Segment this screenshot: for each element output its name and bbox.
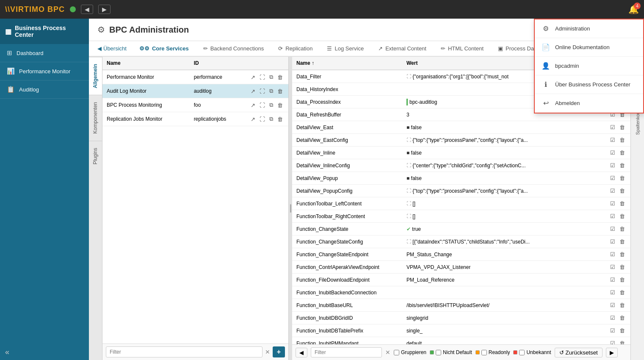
prop-delete-btn[interactable]: 🗑 — [618, 187, 626, 194]
right-nav-prev[interactable]: ◀ — [296, 348, 307, 357]
row-copy-btn[interactable]: ⧉ — [268, 101, 274, 109]
prop-delete-btn[interactable]: 🗑 — [618, 174, 626, 182]
prop-edit-btn[interactable]: ☑ — [609, 314, 616, 321]
right-filter-input[interactable] — [311, 347, 382, 357]
right-table-row[interactable]: FunctionToolbar_LeftContent ⛶ [] ☑ 🗑 — [292, 197, 630, 210]
prop-edit-btn[interactable]: ☑ — [609, 162, 616, 169]
prop-delete-btn[interactable]: 🗑 — [618, 340, 626, 344]
notification-icon[interactable]: 🔔 4 — [628, 4, 639, 14]
prop-delete-btn[interactable]: 🗑 — [618, 314, 626, 321]
prop-edit-btn[interactable]: ☑ — [609, 200, 616, 207]
prop-edit-btn[interactable]: ☑ — [609, 327, 616, 334]
prop-delete-btn[interactable]: 🗑 — [618, 289, 626, 296]
right-table-row[interactable]: Function_InubitBaseURL /ibis/servlet/IBI… — [292, 299, 630, 312]
prop-delete-btn[interactable]: 🗑 — [618, 162, 626, 169]
tab-html-content[interactable]: ✏ HTML Content — [434, 41, 490, 57]
right-table-row[interactable]: Function_ChangeStateConfig ⛶ [{"dataInde… — [292, 235, 630, 248]
group-checkbox[interactable] — [394, 350, 399, 355]
prop-edit-btn[interactable]: ☑ — [609, 263, 616, 271]
row-tree-btn[interactable]: ⛶ — [258, 115, 266, 123]
row-copy-btn[interactable]: ⧉ — [268, 115, 274, 123]
right-table-row[interactable]: DetailView_InlineConfig ⛶ {"center":{"ty… — [292, 159, 630, 172]
prop-delete-btn[interactable]: 🗑 — [618, 124, 626, 131]
nav-forward-button[interactable]: ▶ — [98, 5, 111, 14]
row-delete-btn[interactable]: 🗑 — [276, 101, 284, 109]
row-open-btn[interactable]: ↗ — [249, 101, 257, 109]
vtab-komponenten[interactable]: Komponenten — [89, 95, 102, 141]
left-add-button[interactable]: + — [273, 346, 285, 357]
prop-delete-btn[interactable]: 🗑 — [618, 225, 626, 233]
right-table-row[interactable]: Function_InubitPMMandant default ☑ 🗑 — [292, 337, 630, 345]
row-copy-btn[interactable]: ⧉ — [268, 73, 274, 81]
right-nav-next[interactable]: ▶ — [606, 348, 618, 357]
prop-edit-btn[interactable]: ☑ — [609, 289, 616, 296]
row-tree-btn[interactable]: ⛶ — [258, 101, 266, 109]
vtab-allgemein[interactable]: Allgemein — [89, 57, 102, 95]
right-table-row[interactable]: DetailView_East ■ false ☑ 🗑 — [292, 121, 630, 134]
row-delete-btn[interactable]: 🗑 — [276, 87, 284, 95]
prop-edit-btn[interactable]: ☑ — [609, 149, 616, 156]
right-table-row[interactable]: Function_ChangeState ✔ true ☑ 🗑 — [292, 223, 630, 235]
prop-edit-btn[interactable]: ☑ — [609, 124, 616, 131]
prop-edit-btn[interactable]: ☑ — [609, 340, 616, 344]
left-table-row[interactable]: Audit Log Monitor auditlog ↗ ⛶ ⧉ 🗑 — [102, 84, 288, 98]
prop-edit-btn[interactable]: ☑ — [609, 276, 616, 283]
row-delete-btn[interactable]: 🗑 — [276, 115, 284, 123]
dropdown-item-uber[interactable]: ℹÜber Business Process Center — [535, 75, 643, 94]
readonly-checkbox[interactable] — [481, 350, 487, 355]
nav-back-button[interactable]: ◀ — [81, 5, 93, 14]
tab-ubersicht[interactable]: ◀ Übersicht — [92, 41, 132, 57]
prop-delete-btn[interactable]: 🗑 — [618, 327, 626, 334]
tab-backend-connections[interactable]: ✏ Backend Connections — [196, 41, 271, 57]
prop-edit-btn[interactable]: ☑ — [609, 238, 616, 245]
prop-delete-btn[interactable]: 🗑 — [618, 251, 626, 258]
prop-edit-btn[interactable]: ☑ — [609, 187, 616, 194]
right-table-row[interactable]: DetailView_PopupConfig ⛶ {"top":{"type":… — [292, 185, 630, 197]
prop-edit-btn[interactable]: ☑ — [609, 251, 616, 258]
prop-delete-btn[interactable]: 🗑 — [618, 276, 626, 283]
prop-delete-btn[interactable]: 🗑 — [618, 263, 626, 271]
nicht-default-checkbox[interactable] — [436, 350, 441, 355]
prop-edit-btn[interactable]: ☑ — [609, 302, 616, 309]
panel-divider[interactable] — [289, 57, 292, 360]
left-table-row[interactable]: Replication Jobs Monitor replicationjobs… — [102, 112, 288, 126]
right-table-row[interactable]: Function_InubitDBTablePrefix single_ ☑ 🗑 — [292, 324, 630, 337]
row-tree-btn[interactable]: ⛶ — [258, 73, 266, 81]
prop-edit-btn[interactable]: ☑ — [609, 136, 616, 144]
prop-edit-btn[interactable]: ☑ — [609, 174, 616, 182]
row-open-btn[interactable]: ↗ — [249, 73, 257, 81]
prop-delete-btn[interactable]: 🗑 — [618, 149, 626, 156]
reset-button[interactable]: ↺ Zurücksetset — [555, 348, 603, 357]
row-open-btn[interactable]: ↗ — [249, 115, 257, 123]
prop-delete-btn[interactable]: 🗑 — [618, 136, 626, 144]
vtab-plugins[interactable]: Plugins — [89, 141, 102, 171]
right-table-row[interactable]: FunctionToolbar_RightContent ⛶ [] ☑ 🗑 — [292, 210, 630, 223]
right-filter-clear[interactable]: ✕ — [385, 349, 390, 356]
tab-log-service[interactable]: ☰ Log Service — [320, 41, 370, 57]
dropdown-item-online-doku[interactable]: 📄Online Dokumentation — [535, 38, 643, 57]
sidebar-item-dashboard[interactable]: ⊞ Dashboard — [0, 44, 89, 62]
unbekannt-checkbox[interactable] — [519, 350, 525, 355]
right-table-row[interactable]: Function_ContrlAperakViewEndpoint VPMA_V… — [292, 261, 630, 274]
sidebar-item-performance-monitor[interactable]: 📊 Performance Monitor — [0, 62, 89, 80]
prop-delete-btn[interactable]: 🗑 — [618, 200, 626, 207]
right-table-row[interactable]: Function_InubitBackendConnection ☑ 🗑 — [292, 286, 630, 299]
left-table-row[interactable]: Performance Monitor performance ↗ ⛶ ⧉ 🗑 — [102, 70, 288, 84]
dropdown-item-administration[interactable]: ⚙Administration — [535, 19, 643, 38]
row-open-btn[interactable]: ↗ — [249, 87, 257, 95]
prop-delete-btn[interactable]: 🗑 — [618, 213, 626, 220]
right-table-row[interactable]: DetailView_Popup ■ false ☑ 🗑 — [292, 172, 630, 185]
left-filter-clear[interactable]: ✕ — [265, 349, 270, 355]
right-table-row[interactable]: Function_ChangeStateEndpoint PM_Status_C… — [292, 248, 630, 261]
tab-external-content[interactable]: ↗ External Content — [371, 41, 433, 57]
left-table-row[interactable]: BPC Process Monitoring foo ↗ ⛶ ⧉ 🗑 — [102, 98, 288, 112]
tab-replication[interactable]: ⟳ Replication — [271, 41, 319, 57]
prop-edit-btn[interactable]: ☑ — [609, 225, 616, 233]
sidebar-item-auditlog[interactable]: 📋 Auditlog — [0, 80, 89, 99]
right-table-row[interactable]: Function_InubitDBGridID singlegrid ☑ 🗑 — [292, 312, 630, 324]
dropdown-item-bpcadmin[interactable]: 👤bpcadmin — [535, 57, 643, 75]
left-filter-input[interactable] — [106, 346, 263, 357]
row-delete-btn[interactable]: 🗑 — [276, 73, 284, 81]
dropdown-item-abmelden[interactable]: ↩Abmelden — [535, 94, 643, 113]
tab-core-services[interactable]: ⚙⚙ Core Services — [133, 41, 196, 57]
